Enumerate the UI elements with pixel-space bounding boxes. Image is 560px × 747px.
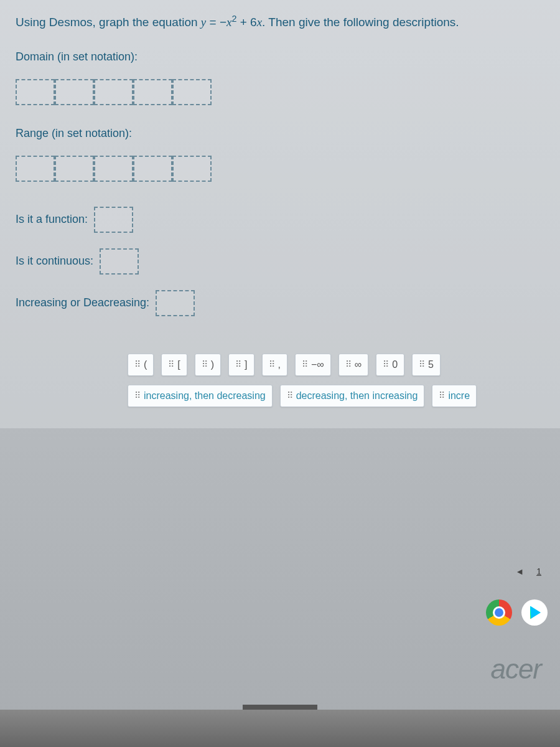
tile-row-2: increasing, then decreasing decreasing, …	[128, 385, 544, 407]
domain-dropzone[interactable]	[16, 79, 544, 105]
increasing-dropzone[interactable]	[156, 290, 195, 316]
question-text: Using Desmos, graph the equation y = −x2…	[16, 12, 544, 32]
tile-close-paren[interactable]: )	[195, 354, 221, 376]
domain-cell-4[interactable]	[133, 79, 172, 105]
domain-cell-2[interactable]	[55, 79, 94, 105]
continuous-label: Is it continuous:	[16, 255, 93, 268]
tile-zero[interactable]: 0	[376, 354, 404, 376]
range-cell-1[interactable]	[16, 156, 55, 182]
play-store-icon[interactable]	[521, 599, 548, 626]
tile-open-bracket[interactable]: [	[161, 354, 187, 376]
tile-row-1: ( [ ) ] , −∞ ∞ 0 5	[128, 354, 544, 376]
drag-handle-icon	[419, 361, 424, 368]
tile-dec-then-inc[interactable]: decreasing, then increasing	[280, 385, 425, 407]
drag-handle-icon	[134, 392, 140, 399]
drag-handle-icon	[202, 361, 207, 368]
drag-handle-icon	[439, 392, 444, 399]
range-cell-2[interactable]	[55, 156, 94, 182]
function-label: Is it a function:	[16, 213, 88, 226]
drag-handle-icon	[134, 361, 140, 368]
question-prefix: Using Desmos, graph the equation	[16, 16, 201, 29]
range-dropzone[interactable]	[16, 156, 544, 182]
drag-handle-icon	[287, 392, 292, 399]
domain-label: Domain (in set notation):	[16, 50, 138, 63]
chrome-icon[interactable]	[486, 599, 512, 626]
tile-neg-infinity[interactable]: −∞	[295, 354, 331, 376]
range-cell-3[interactable]	[94, 156, 133, 182]
drag-handle-icon	[383, 361, 388, 368]
prev-arrow-icon[interactable]: ◄	[515, 566, 524, 576]
continuous-dropzone[interactable]	[100, 248, 139, 275]
domain-cell-5[interactable]	[172, 79, 212, 105]
tile-comma[interactable]: ,	[262, 354, 287, 376]
equation: y	[201, 16, 206, 29]
tile-close-bracket[interactable]: ]	[228, 354, 254, 376]
range-cell-5[interactable]	[172, 156, 212, 182]
tile-infinity[interactable]: ∞	[338, 354, 368, 376]
increasing-label: Increasing or Deacreasing:	[16, 296, 149, 309]
tile-open-paren[interactable]: (	[128, 354, 154, 376]
domain-cell-1[interactable]	[16, 79, 55, 105]
drag-handle-icon	[269, 361, 274, 368]
taskbar	[486, 599, 548, 626]
laptop-edge	[0, 710, 560, 747]
drag-handle-icon	[235, 361, 241, 368]
tile-five[interactable]: 5	[412, 354, 441, 376]
function-dropzone[interactable]	[94, 207, 133, 233]
pagination: ◄ 1	[515, 566, 541, 576]
page-number[interactable]: 1	[536, 566, 541, 576]
drag-handle-icon	[345, 361, 351, 368]
tile-incre-partial[interactable]: incre	[432, 385, 477, 407]
domain-cell-3[interactable]	[94, 79, 133, 105]
tile-inc-then-dec[interactable]: increasing, then decreasing	[128, 385, 273, 407]
brand-logo: acer	[490, 654, 541, 685]
drag-handle-icon	[302, 361, 307, 368]
question-suffix: . Then give the following descriptions.	[262, 16, 459, 29]
range-label: Range (in set notation):	[16, 127, 132, 140]
drag-handle-icon	[168, 361, 174, 368]
range-cell-4[interactable]	[133, 156, 172, 182]
